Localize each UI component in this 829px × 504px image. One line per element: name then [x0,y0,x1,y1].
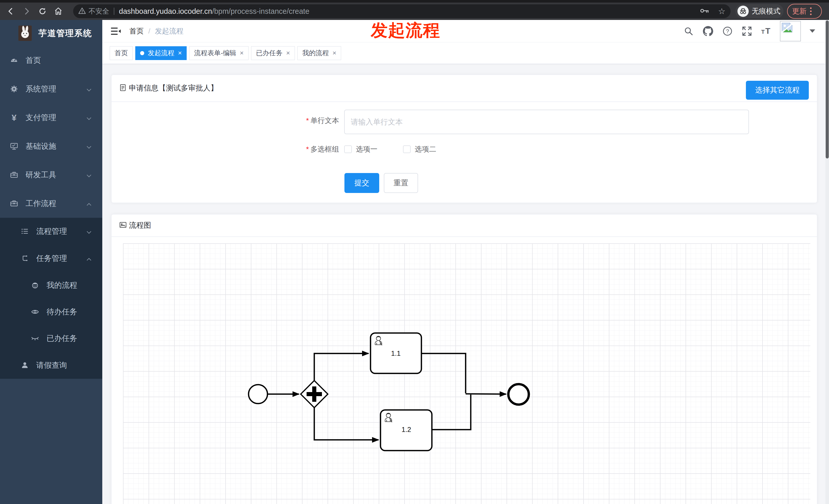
user-task-node-1-1: 1.1 [370,333,422,374]
document-icon [119,84,127,92]
github-icon[interactable] [702,25,714,37]
apply-info-card: 申请信息【测试多审批人】 选择其它流程 * 单行文本 * 多选框组 选项一 选项… [111,75,817,203]
incognito-badge: 无痕模式 [735,4,784,18]
workflow-submenu: 流程管理 任务管理 我的流程 待办任务 已办任务 [0,218,102,379]
single-line-text-input[interactable] [344,110,749,134]
close-icon[interactable]: × [286,49,290,57]
app-logo-row[interactable]: 芋道管理系统 [0,20,102,46]
yen-icon: ¥ [10,113,18,123]
sidebar: 芋道管理系统 首页 系统管理 ¥ 支付管理 基础设施 研发工具 [0,20,102,504]
eye-icon [31,308,39,316]
required-asterisk: * [306,145,309,153]
breadcrumb: 首页 / 发起流程 [130,26,184,36]
svg-text:T: T [765,26,770,36]
checkbox-option-2[interactable] [403,146,411,153]
avatar-caret-icon[interactable] [809,29,815,33]
sidebar-item-infra[interactable]: 基础设施 [0,132,102,160]
start-event-node [249,385,267,403]
sidebar-item-my-process[interactable]: 我的流程 [0,272,102,299]
sidebar-item-process-mgmt[interactable]: 流程管理 [0,218,102,245]
bpmn-canvas[interactable]: 1.1 1.2 [123,243,810,504]
screenshot-annotation: 发起流程 [371,19,440,42]
reload-icon[interactable] [37,6,47,16]
help-icon[interactable]: ? [722,25,733,37]
user-task-node-1-2: 1.2 [381,410,432,451]
chevron-down-icon [86,227,92,236]
bookmark-star-icon[interactable]: ☆ [718,7,725,15]
breadcrumb-current: 发起流程 [155,26,184,36]
picture-icon [119,221,127,230]
chevron-down-icon [86,113,92,122]
back-icon[interactable] [6,6,16,16]
font-size-icon[interactable]: TT [760,25,772,37]
card-title: 流程图 [129,220,151,231]
chevron-down-icon [86,170,92,179]
close-icon[interactable]: × [240,49,244,57]
submit-button[interactable]: 提交 [345,173,379,193]
url-text: dashboard.yudao.iocoder.cn/bpm/process-i… [119,7,310,15]
end-event-node [508,384,529,404]
app-logo [19,26,32,41]
fullscreen-icon[interactable] [741,25,753,37]
home-icon[interactable] [53,6,63,16]
robot-face-icon [31,281,39,289]
sidebar-item-task-mgmt[interactable]: 任务管理 [0,245,102,272]
reset-button[interactable]: 重置 [384,173,418,193]
search-icon[interactable] [683,25,694,37]
tab-my-process[interactable]: 我的流程× [297,46,341,60]
url-bar[interactable]: 不安全 dashboard.yudao.iocoder.cn/bpm/proce… [73,4,730,18]
chevron-down-icon [86,142,92,151]
required-asterisk: * [306,117,309,125]
scrollbar-thumb[interactable] [826,21,829,158]
field-label-checkbox-group: 多选框组 [311,144,339,154]
person-icon [21,361,29,369]
sidebar-item-system[interactable]: 系统管理 [0,75,102,103]
breadcrumb-home[interactable]: 首页 [130,26,144,36]
incognito-icon [737,6,749,17]
password-key-icon[interactable] [700,7,709,15]
not-secure-icon [78,7,86,15]
chevron-up-icon [86,254,92,263]
svg-text:?: ? [726,28,729,35]
monitor-icon [10,142,18,150]
chrome-menu-icon[interactable] [810,7,812,15]
svg-text:T: T [761,29,765,35]
chrome-update-button[interactable]: 更新 [787,4,822,18]
gear-icon [10,85,18,93]
sidebar-item-leave-query[interactable]: 请假查询 [0,352,102,379]
dashboard-icon [10,56,18,64]
close-icon[interactable]: × [332,49,336,57]
card-title: 申请信息【测试多审批人】 [129,83,218,93]
field-label-text: 单行文本 [311,116,339,125]
sidebar-item-payment[interactable]: ¥ 支付管理 [0,103,102,132]
broken-image-icon [782,23,793,33]
tab-start-process[interactable]: 发起流程× [135,46,187,60]
app-title: 芋道管理系统 [38,28,92,39]
choose-other-process-button[interactable]: 选择其它流程 [746,81,809,100]
forward-icon[interactable] [22,6,32,16]
sidebar-item-devtools[interactable]: 研发工具 [0,160,102,189]
tab-done-tasks[interactable]: 已办任务× [251,46,295,60]
url-separator [114,8,114,15]
closed-eye-icon [31,335,39,342]
checkbox-label-2: 选项二 [415,144,436,154]
close-icon[interactable]: × [178,49,182,57]
browser-tab-strip [0,0,829,3]
sidebar-item-done-tasks[interactable]: 已办任务 [0,325,102,352]
process-diagram-card: 流程图 [111,214,817,504]
avatar[interactable] [780,21,801,41]
sidebar-item-home[interactable]: 首页 [0,46,102,75]
chevron-up-icon [86,199,92,208]
checkbox-option-1[interactable] [344,146,352,153]
incognito-label: 无痕模式 [752,6,781,16]
branch-icon [21,255,29,262]
sidebar-item-todo-tasks[interactable]: 待办任务 [0,299,102,325]
tab-home[interactable]: 首页 [110,46,133,60]
sidebar-item-workflow[interactable]: 工作流程 [0,189,102,218]
tags-view-bar: 首页 发起流程× 流程表单-编辑× 已办任务× 我的流程× [102,42,825,64]
sidebar-fold-icon[interactable] [111,27,121,35]
page-scrollbar[interactable] [825,20,829,504]
tab-form-edit[interactable]: 流程表单-编辑× [189,46,249,60]
toolbox-icon [10,200,18,207]
parallel-gateway-node [301,381,328,408]
